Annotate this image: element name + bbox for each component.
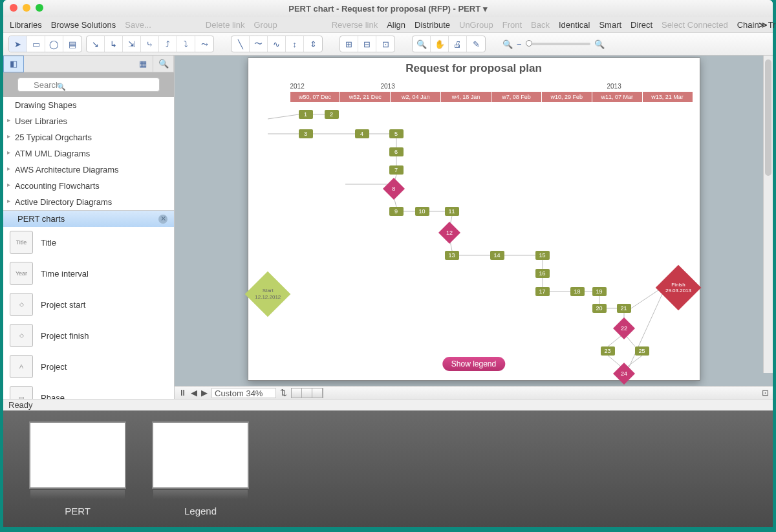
zoom-stepper[interactable]: Custom 34%: [211, 388, 276, 398]
library-row[interactable]: ATM UML Diagrams: [3, 145, 174, 162]
curve-tool[interactable]: 〜: [250, 36, 268, 52]
milestone-node[interactable]: 12: [438, 222, 460, 244]
zoom-out-icon[interactable]: 🔍: [502, 39, 513, 49]
close-window[interactable]: [10, 4, 17, 12]
library-row[interactable]: Active Directory Diagrams: [3, 194, 174, 210]
text-tool[interactable]: ▤: [63, 36, 81, 52]
week-header: w10, 29 Feb: [542, 92, 592, 102]
menu-libraries[interactable]: Libraries: [10, 20, 42, 30]
conn-tool-4[interactable]: ⤷: [141, 36, 159, 52]
library-row[interactable]: AWS Architecture Diagrams: [3, 162, 174, 178]
task-node[interactable]: 3: [299, 129, 313, 138]
fit-icon[interactable]: ⊡: [762, 388, 769, 398]
task-node[interactable]: 25: [635, 346, 649, 356]
task-node[interactable]: 10: [415, 207, 429, 216]
close-library-icon[interactable]: ✕: [158, 215, 167, 224]
task-node[interactable]: 5: [389, 129, 404, 138]
shape-item[interactable]: ◇Project start: [3, 289, 174, 320]
menu-distribute[interactable]: Distribute: [415, 20, 450, 30]
library-row[interactable]: 25 Typical Orgcharts: [3, 129, 174, 145]
task-node[interactable]: 20: [592, 304, 607, 313]
pan-icon[interactable]: ✋: [431, 36, 449, 52]
layout-tool-2[interactable]: ⊟: [358, 36, 376, 52]
conn-tool-7[interactable]: ⤳: [195, 36, 213, 52]
max-window[interactable]: [36, 4, 43, 12]
menu-direct[interactable]: Direct: [630, 20, 652, 30]
layout-tool-1[interactable]: ⊞: [340, 36, 358, 52]
search-toggle-icon[interactable]: 🔍: [153, 56, 174, 72]
line-tool[interactable]: ╲: [232, 36, 250, 52]
shape-item[interactable]: ▭Phase: [3, 382, 174, 399]
prev-page-icon[interactable]: ◀: [191, 388, 197, 398]
vertical-scrollbar[interactable]: [763, 56, 773, 373]
search-input[interactable]: Search: [17, 78, 160, 92]
page[interactable]: Request for proposal plan 201220132013 w…: [248, 58, 700, 381]
zoom-slider[interactable]: [526, 43, 590, 45]
shape-item[interactable]: ◇Project finish: [3, 320, 174, 351]
menu-more-icon[interactable]: ≫: [759, 20, 768, 30]
layout-tool-3[interactable]: ⊡: [376, 36, 394, 52]
menu-deletelink: Delete link: [206, 20, 245, 30]
canvas[interactable]: Request for proposal plan 201220132013 w…: [175, 56, 773, 386]
task-node[interactable]: 13: [445, 251, 459, 260]
polyline-tool[interactable]: ∿: [268, 36, 286, 52]
shape-item[interactable]: AProject: [3, 351, 174, 382]
task-node[interactable]: 7: [389, 165, 404, 175]
menu-chain[interactable]: Chain: [737, 20, 759, 30]
ellipse-tool[interactable]: ◯: [45, 36, 63, 52]
pointer-tool[interactable]: ➤: [9, 36, 27, 52]
task-node[interactable]: 17: [535, 287, 550, 296]
grid-view-icon[interactable]: ▦: [133, 56, 153, 72]
task-node[interactable]: 11: [445, 207, 459, 216]
task-node[interactable]: 15: [535, 251, 550, 260]
rect-tool[interactable]: ▭: [27, 36, 45, 52]
task-node[interactable]: 9: [389, 207, 404, 216]
pause-icon[interactable]: ⏸: [178, 388, 187, 398]
conn-tool-6[interactable]: ⤵: [177, 36, 195, 52]
library-row[interactable]: User Libraries: [3, 113, 174, 129]
conn-tool-2[interactable]: ↳: [105, 36, 123, 52]
selected-library[interactable]: PERT charts ✕: [3, 211, 174, 227]
finish-node[interactable]: Finish29.03.2013: [655, 265, 701, 311]
library-row[interactable]: Drawing Shapes: [3, 97, 174, 113]
arrow-tool[interactable]: ↕: [286, 36, 304, 52]
menu-browse[interactable]: Browse Solutions: [51, 20, 116, 30]
task-node[interactable]: 21: [617, 304, 631, 313]
eyedrop-icon[interactable]: ✎: [467, 36, 485, 52]
menu-tree[interactable]: Tree: [768, 20, 776, 30]
min-window[interactable]: [23, 4, 30, 12]
zoom-icon[interactable]: 🔍: [413, 36, 431, 52]
page-thumbnail[interactable]: [152, 421, 249, 489]
page-tabs[interactable]: [291, 388, 323, 398]
conn-tool-5[interactable]: ⤴: [159, 36, 177, 52]
task-node[interactable]: 6: [389, 147, 404, 156]
milestone-node[interactable]: 24: [613, 363, 635, 385]
library-panel-icon[interactable]: ◧: [3, 56, 24, 72]
milestone-node[interactable]: 22: [613, 317, 635, 339]
menu-align[interactable]: Align: [387, 20, 405, 30]
show-legend-button[interactable]: Show legend: [442, 357, 505, 371]
zoom-in-icon[interactable]: 🔍: [594, 39, 605, 49]
shape-item[interactable]: YearTime interval: [3, 258, 174, 289]
conn-tool-3[interactable]: ⇲: [123, 36, 141, 52]
task-node[interactable]: 14: [490, 251, 504, 260]
menu-identical[interactable]: Identical: [559, 20, 590, 30]
stamp-icon[interactable]: 🖨: [449, 36, 467, 52]
task-node[interactable]: 2: [325, 110, 339, 119]
task-node[interactable]: 1: [299, 110, 313, 119]
page-thumbnail[interactable]: [29, 421, 126, 489]
start-node[interactable]: Start12.12.2012: [244, 271, 290, 317]
zoom-stepper-buttons[interactable]: ⇅: [280, 388, 287, 398]
dbl-arrow-tool[interactable]: ⇕: [304, 36, 322, 52]
task-node[interactable]: 16: [535, 269, 550, 278]
task-node[interactable]: 23: [601, 346, 615, 356]
task-node[interactable]: 19: [592, 287, 607, 296]
task-node[interactable]: 4: [355, 129, 369, 138]
task-node[interactable]: 18: [570, 287, 585, 296]
conn-tool-1[interactable]: ↘: [87, 36, 105, 52]
milestone-node[interactable]: 8: [383, 178, 405, 200]
next-page-icon[interactable]: ▶: [201, 388, 208, 398]
shape-item[interactable]: TitleTitle: [3, 227, 174, 258]
library-row[interactable]: Accounting Flowcharts: [3, 178, 174, 194]
menu-smart[interactable]: Smart: [599, 20, 621, 30]
